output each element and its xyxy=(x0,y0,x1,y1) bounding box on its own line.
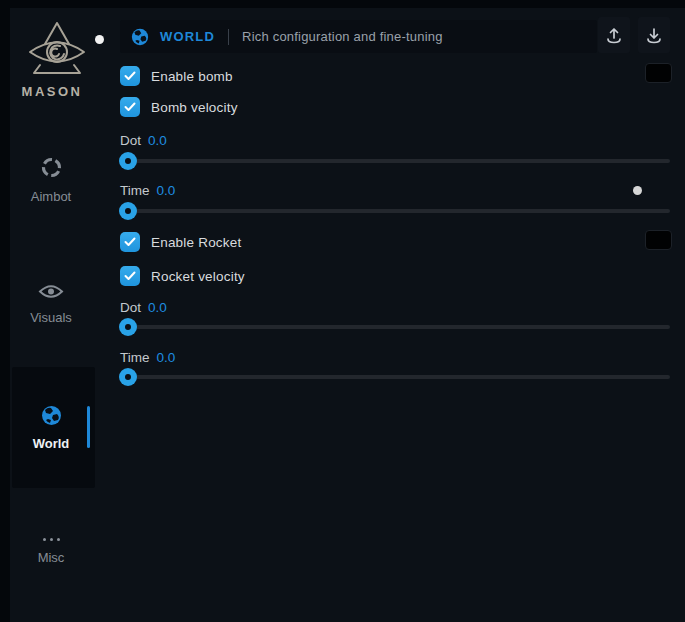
checkbox-checked-icon[interactable] xyxy=(120,66,140,86)
globe-icon xyxy=(131,28,149,46)
slider-label-rocket-time: Time0.0 xyxy=(120,350,175,365)
slider-name: Dot xyxy=(120,300,141,315)
toggle-label: Enable Rocket xyxy=(151,235,241,250)
toggle-label: Enable bomb xyxy=(151,69,233,84)
main-panel xyxy=(10,8,685,622)
slider-thumb-rocket-dot[interactable] xyxy=(119,318,137,336)
mason-logo xyxy=(22,20,94,86)
toggle-enable-bomb[interactable]: Enable bomb xyxy=(120,66,233,86)
toggle-rocket-velocity[interactable]: Rocket velocity xyxy=(120,266,245,286)
upload-icon xyxy=(605,26,623,45)
slider-value: 0.0 xyxy=(148,133,167,148)
slider-thumb-rocket-time[interactable] xyxy=(119,368,137,386)
slider-thumb-bomb-dot[interactable] xyxy=(119,152,137,170)
slider-name: Time xyxy=(120,350,150,365)
slider-label-bomb-dot: Dot0.0 xyxy=(120,133,167,148)
white-dot-indicator xyxy=(95,35,104,44)
sidebar-item-label: Misc xyxy=(9,550,93,565)
slider-track-bomb-dot[interactable] xyxy=(120,159,670,163)
page-header: WORLD Rich configuration and fine-tuning xyxy=(120,20,597,53)
eye-triangle-logo-icon xyxy=(22,20,92,82)
sidebar-item-label: Visuals xyxy=(9,310,93,325)
active-tab-indicator xyxy=(87,406,90,448)
slider-track-bomb-time[interactable] xyxy=(120,209,670,213)
slider-name: Time xyxy=(120,183,150,198)
download-config-button[interactable] xyxy=(638,17,670,53)
toggle-bomb-velocity[interactable]: Bomb velocity xyxy=(120,97,238,117)
app-window: MASON Aimbot Visuals World Misc xyxy=(0,0,685,622)
sidebar-item-world[interactable]: World xyxy=(9,405,93,451)
page-subtitle: Rich configuration and fine-tuning xyxy=(242,29,442,44)
slider-name: Dot xyxy=(120,133,141,148)
slider-value: 0.0 xyxy=(148,300,167,315)
slider-label-rocket-dot: Dot0.0 xyxy=(120,300,167,315)
divider xyxy=(228,29,229,45)
white-dot-indicator xyxy=(633,186,642,195)
sidebar-item-visuals[interactable]: Visuals xyxy=(9,283,93,325)
eye-icon xyxy=(38,283,64,300)
globe-icon xyxy=(41,405,62,426)
sidebar-item-aimbot[interactable]: Aimbot xyxy=(9,156,93,204)
checkbox-checked-icon[interactable] xyxy=(120,266,140,286)
crosshair-icon xyxy=(40,156,63,179)
toggle-enable-rocket[interactable]: Enable Rocket xyxy=(120,232,241,252)
brand-name: MASON xyxy=(12,84,92,99)
upload-config-button[interactable] xyxy=(598,17,630,53)
slider-thumb-bomb-time[interactable] xyxy=(119,202,137,220)
slider-value: 0.0 xyxy=(157,350,176,365)
bomb-color-swatch[interactable] xyxy=(645,63,672,83)
page-title: WORLD xyxy=(160,29,215,44)
slider-track-rocket-time[interactable] xyxy=(120,375,670,379)
slider-track-rocket-dot[interactable] xyxy=(120,325,670,329)
toggle-label: Bomb velocity xyxy=(151,100,238,115)
toggle-label: Rocket velocity xyxy=(151,269,245,284)
sidebar-item-misc[interactable]: Misc xyxy=(9,534,93,565)
checkbox-checked-icon[interactable] xyxy=(120,97,140,117)
ellipsis-icon xyxy=(9,534,93,544)
slider-label-bomb-time: Time0.0 xyxy=(120,183,175,198)
sidebar-item-label: Aimbot xyxy=(9,189,93,204)
sidebar-item-label: World xyxy=(9,436,93,451)
checkbox-checked-icon[interactable] xyxy=(120,232,140,252)
download-icon xyxy=(645,26,663,45)
slider-value: 0.0 xyxy=(157,183,176,198)
rocket-color-swatch[interactable] xyxy=(645,230,672,250)
